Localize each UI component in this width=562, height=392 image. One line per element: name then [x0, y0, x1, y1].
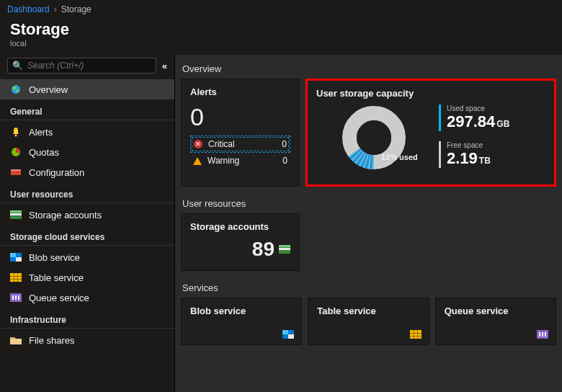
used-space-value: 297.84	[447, 112, 495, 130]
free-space-label: Free space	[447, 141, 545, 149]
section-services-title: Services	[181, 278, 556, 298]
table-service-card[interactable]: Table service	[308, 298, 429, 345]
breadcrumb-current: Storage	[61, 4, 92, 14]
svg-rect-16	[14, 273, 14, 282]
sidebar-item-label: Overview	[29, 84, 68, 95]
blob-service-title: Blob service	[190, 306, 293, 316]
svg-rect-30	[288, 334, 294, 339]
svg-rect-12	[16, 257, 22, 262]
sidebar-item-quotas[interactable]: Quotas	[0, 142, 174, 162]
blob-service-icon	[282, 330, 294, 339]
sidebar-item-label: Storage accounts	[29, 210, 102, 220]
configuration-icon	[10, 166, 22, 178]
svg-rect-6	[11, 169, 21, 171]
quota-icon	[10, 146, 22, 158]
table-service-icon	[10, 272, 22, 283]
svg-rect-15	[10, 279, 22, 280]
free-space-stat: Free space 2.19TB	[439, 141, 545, 168]
svg-point-0	[12, 85, 20, 94]
sidebar-item-file-shares[interactable]: File shares	[0, 330, 174, 350]
svg-rect-27	[279, 248, 290, 250]
sidebar-heading-user-resources: User resources	[0, 182, 174, 203]
alerts-warning-row[interactable]: Warning 0	[190, 153, 290, 169]
storage-accounts-title: Storage accounts	[190, 221, 290, 232]
table-service-title: Table service	[317, 306, 419, 316]
sidebar-heading-infrastructure: Infrastructure	[0, 308, 174, 329]
sidebar-item-configuration[interactable]: Configuration	[0, 162, 174, 182]
storage-accounts-card[interactable]: Storage accounts 89	[181, 213, 300, 271]
free-space-unit: TB	[479, 156, 491, 166]
used-space-stat: Used space 297.84GB	[439, 104, 545, 131]
page-subtitle: local	[10, 39, 552, 48]
capacity-card[interactable]: User storage capacity 12% used	[305, 79, 556, 187]
svg-rect-37	[539, 332, 540, 337]
sidebar-item-overview[interactable]: Overview	[0, 79, 174, 99]
sidebar-item-blob-service[interactable]: Blob service	[0, 247, 174, 267]
storage-account-icon	[10, 209, 22, 220]
critical-icon: ✕	[194, 140, 202, 148]
sidebar-item-alerts[interactable]: Alerts	[0, 122, 174, 142]
svg-rect-9	[10, 213, 22, 215]
used-space-unit: GB	[496, 119, 509, 129]
search-input-wrap[interactable]: 🔍	[7, 58, 156, 74]
sidebar-item-label: Alerts	[29, 127, 53, 138]
alerts-card-title: Alerts	[190, 86, 290, 97]
queue-service-icon	[537, 330, 548, 339]
section-user-resources-title: User resources	[181, 194, 556, 213]
sidebar-item-table-service[interactable]: Table service	[0, 267, 174, 288]
used-space-label: Used space	[447, 104, 545, 112]
svg-rect-19	[12, 295, 14, 300]
queue-service-card[interactable]: Queue service	[435, 298, 556, 345]
sidebar-item-label: Table service	[29, 272, 84, 283]
page-title: Storage	[10, 20, 552, 39]
storage-accounts-count: 89	[252, 238, 275, 261]
svg-point-24	[357, 120, 391, 155]
breadcrumb: Dashboard › Storage	[0, 0, 562, 19]
sidebar-item-label: Blob service	[29, 252, 80, 263]
sidebar-item-label: Configuration	[29, 167, 84, 178]
svg-rect-33	[410, 336, 422, 337]
svg-rect-31	[410, 330, 422, 339]
table-service-icon	[410, 330, 422, 339]
svg-rect-39	[545, 332, 546, 337]
sidebar-item-storage-accounts[interactable]: Storage accounts	[0, 205, 174, 225]
svg-rect-29	[282, 330, 288, 334]
storage-account-icon	[279, 245, 290, 254]
alerts-warning-count: 0	[282, 156, 287, 166]
svg-rect-34	[414, 330, 414, 339]
collapse-sidebar-button[interactable]: «	[159, 61, 170, 71]
svg-point-2	[16, 89, 19, 92]
sidebar-item-queue-service[interactable]: Queue service	[0, 288, 174, 308]
svg-rect-26	[279, 245, 290, 247]
globe-icon	[10, 84, 22, 95]
donut-chart-icon	[338, 102, 410, 174]
page-header: Storage local	[0, 19, 562, 55]
svg-point-3	[15, 135, 17, 137]
sidebar-item-label: Queue service	[29, 293, 89, 303]
svg-rect-8	[10, 210, 22, 213]
svg-rect-38	[542, 332, 543, 337]
capacity-percent-label: 12% used	[381, 153, 418, 161]
svg-rect-14	[10, 276, 22, 277]
svg-rect-11	[10, 253, 16, 257]
free-space-value: 2.19	[447, 149, 478, 167]
alerts-total: 0	[190, 103, 290, 131]
bell-icon	[10, 126, 22, 138]
search-input[interactable]	[27, 61, 151, 71]
svg-rect-21	[18, 295, 19, 300]
alerts-critical-count: 0	[282, 139, 287, 149]
sidebar-item-label: Quotas	[29, 147, 59, 158]
sidebar-heading-general: General	[0, 99, 174, 120]
warning-icon	[193, 157, 202, 165]
alerts-warning-label: Warning	[208, 156, 239, 166]
sidebar-heading-cloud-services: Storage cloud services	[0, 225, 174, 246]
svg-rect-32	[410, 333, 422, 334]
capacity-donut: 12% used	[316, 98, 432, 177]
blob-service-card[interactable]: Blob service	[181, 298, 302, 345]
alerts-card[interactable]: Alerts 0 ✕ Critical 0 Warning 0	[181, 79, 300, 187]
svg-rect-13	[10, 273, 22, 282]
alerts-critical-row[interactable]: ✕ Critical 0	[190, 135, 290, 153]
breadcrumb-home[interactable]: Dashboard	[7, 4, 50, 14]
svg-rect-20	[15, 295, 17, 300]
svg-rect-17	[17, 273, 18, 282]
